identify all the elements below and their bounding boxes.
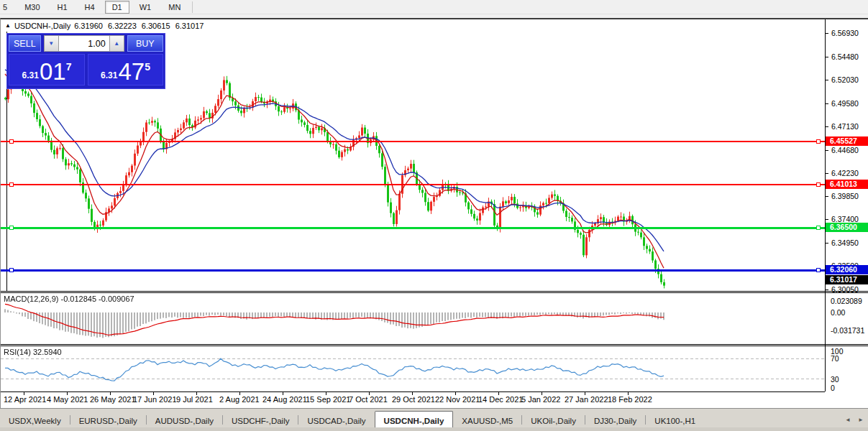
buy-price-pip: 5 bbox=[145, 61, 150, 73]
tab-usdchf-daily[interactable]: USDCHF-,Daily bbox=[223, 412, 298, 427]
timeframe-button-5[interactable]: 5 bbox=[0, 1, 14, 14]
pane-splitter[interactable] bbox=[1, 291, 868, 293]
volume-decrease-button[interactable]: ▼ bbox=[44, 35, 59, 52]
price-axis-tick: 6.30050 bbox=[825, 285, 868, 294]
close-value: 6.31017 bbox=[175, 22, 204, 30]
timeframe-button-m30[interactable]: M30 bbox=[17, 1, 47, 14]
timeframe-button-h4[interactable]: H4 bbox=[78, 1, 102, 14]
rsi-indicator-canvas[interactable] bbox=[1, 346, 825, 391]
timeframe-button-d1[interactable]: D1 bbox=[105, 1, 129, 14]
price-axis-tick: 6.44680 bbox=[825, 146, 868, 154]
sell-price-pip: 7 bbox=[66, 61, 72, 73]
tab-xauusd-m5[interactable]: XAUUSD-,M5 bbox=[453, 412, 521, 427]
pane-splitter[interactable] bbox=[1, 344, 868, 346]
time-axis-tick bbox=[369, 392, 370, 395]
time-axis-tick bbox=[326, 392, 326, 395]
date-label: 4 May 2021 bbox=[47, 395, 88, 404]
toolbar-separator bbox=[192, 1, 193, 13]
date-label: 29 Oct 2021 bbox=[392, 395, 435, 404]
macd-axis-tick: 0.023089 bbox=[831, 297, 862, 305]
time-axis-tick bbox=[239, 392, 240, 395]
rsi-axis-tick: 30 bbox=[831, 375, 839, 384]
tab-usdcnh-daily[interactable]: USDCNH-,Daily bbox=[375, 411, 454, 428]
time-axis-tick bbox=[24, 392, 24, 395]
date-label: 24 Aug 2021 bbox=[262, 395, 307, 404]
tab-ukoil-daily[interactable]: UKOil-,Daily bbox=[522, 412, 585, 427]
time-axis-tick bbox=[455, 392, 456, 395]
date-label: 9 Jul 2021 bbox=[176, 395, 213, 404]
buy-price-button[interactable]: 6.31 47 5 bbox=[88, 54, 163, 85]
time-axis-tick bbox=[153, 392, 154, 395]
date-label: 26 May 2021 bbox=[90, 395, 136, 404]
date-label: 18 Feb 2022 bbox=[608, 395, 652, 404]
macd-axis-tick: -0.031731 bbox=[831, 326, 864, 335]
chart-window: ▲ USDCNH-,Daily 6.31960 6.32223 6.30615 … bbox=[0, 18, 868, 408]
rsi-axis-tick: 0 bbox=[831, 384, 835, 392]
buy-price-big: 47 bbox=[118, 61, 145, 83]
time-axis-tick bbox=[412, 392, 413, 395]
sell-button[interactable]: SELL bbox=[9, 35, 41, 52]
macd-label: MACD(12,26,9) -0.012845 -0.009067 bbox=[4, 295, 134, 303]
time-axis-tick bbox=[585, 392, 585, 395]
timeframe-button-mn[interactable]: MN bbox=[161, 1, 188, 14]
timeframe-button-h1[interactable]: H1 bbox=[50, 1, 75, 14]
time-axis-tick bbox=[628, 392, 629, 395]
time-axis-tick bbox=[542, 392, 542, 395]
price-axis-tick: 6.52030 bbox=[825, 75, 868, 84]
level-price-label: 6.41013 bbox=[826, 180, 868, 189]
date-label: 2 Aug 2021 bbox=[219, 395, 260, 404]
price-axis-tick: 6.49580 bbox=[825, 99, 868, 108]
level-price-label: 6.45527 bbox=[826, 136, 868, 146]
price-axis-tick: 6.39850 bbox=[825, 192, 868, 200]
tab-usdcad-daily[interactable]: USDCAD-,Daily bbox=[298, 412, 374, 427]
time-axis-tick bbox=[498, 392, 499, 395]
chart-tab-bar: USDX,WeeklyEURUSD-,DailyAUDUSD-,DailyUSD… bbox=[0, 408, 868, 427]
price-axis-tick: 6.56930 bbox=[825, 29, 868, 37]
timeframe-toolbar: 5M30H1H4D1W1MN bbox=[0, 0, 868, 14]
time-axis-tick bbox=[196, 392, 197, 395]
price-axis-tick: 6.42230 bbox=[825, 169, 868, 177]
date-label: 22 Nov 2021 bbox=[435, 395, 480, 404]
high-value: 6.32223 bbox=[108, 22, 137, 30]
rsi-axis-tick: 70 bbox=[831, 354, 839, 363]
date-label: 17 Jun 2021 bbox=[133, 395, 177, 404]
price-axis-tick: 6.47130 bbox=[825, 122, 868, 131]
volume-increase-button[interactable]: ▲ bbox=[109, 35, 124, 52]
current-price-label: 6.31017 bbox=[826, 275, 868, 284]
date-label: 7 Oct 2021 bbox=[349, 395, 388, 404]
tab-usdx-weekly[interactable]: USDX,Weekly bbox=[0, 412, 70, 427]
date-label: 12 Apr 2021 bbox=[4, 395, 46, 404]
macd-axis-tick: 0.00 bbox=[831, 308, 845, 317]
time-axis[interactable]: 12 Apr 20214 May 202126 May 202117 Jun 2… bbox=[1, 392, 868, 409]
date-label: 5 Jan 2022 bbox=[521, 395, 560, 404]
level-price-label: 6.36500 bbox=[826, 223, 868, 232]
chart-symbol-period: USDCNH-,Daily bbox=[14, 22, 70, 30]
time-axis-tick bbox=[110, 392, 111, 395]
date-label: 27 Jan 2022 bbox=[565, 395, 608, 404]
timeframe-button-w1[interactable]: W1 bbox=[132, 1, 159, 14]
collapse-panel-icon[interactable]: ▲ bbox=[5, 22, 11, 29]
tab-audusd-daily[interactable]: AUDUSD-,Daily bbox=[147, 412, 222, 427]
chart-title-bar: ▲ USDCNH-,Daily 6.31960 6.32223 6.30615 … bbox=[5, 20, 206, 31]
date-label: 14 Dec 2021 bbox=[478, 395, 523, 404]
sell-price-big: 01 bbox=[40, 61, 66, 83]
rsi-label: RSI(14) 32.5940 bbox=[4, 348, 62, 356]
open-value: 6.31960 bbox=[74, 22, 103, 30]
buy-button[interactable]: BUY bbox=[127, 35, 163, 52]
tab-uk100-h1[interactable]: UK100-,H1 bbox=[646, 412, 704, 427]
price-axis-tick: 6.34950 bbox=[825, 238, 868, 247]
time-axis-tick bbox=[283, 392, 283, 395]
date-label: 15 Sep 2021 bbox=[306, 395, 350, 404]
status-strip bbox=[0, 427, 868, 431]
tab-eurusd-daily[interactable]: EURUSD-,Daily bbox=[70, 412, 146, 427]
tab-scroll-left-icon[interactable]: ◄ bbox=[842, 414, 854, 425]
buy-price-prefix: 6.31 bbox=[101, 70, 117, 80]
tab-dj30-daily[interactable]: DJ30-,Daily bbox=[585, 412, 645, 427]
tab-scroll-right-icon[interactable]: ► bbox=[855, 414, 867, 425]
time-axis-tick bbox=[67, 392, 68, 395]
price-axis-tick: 6.54480 bbox=[825, 52, 868, 61]
ohlc-values: 6.31960 6.32223 6.30615 6.31017 bbox=[74, 22, 206, 30]
volume-input[interactable] bbox=[59, 35, 109, 52]
sell-price-button[interactable]: 6.31 01 7 bbox=[9, 54, 85, 85]
level-price-label: 6.32060 bbox=[826, 265, 868, 274]
